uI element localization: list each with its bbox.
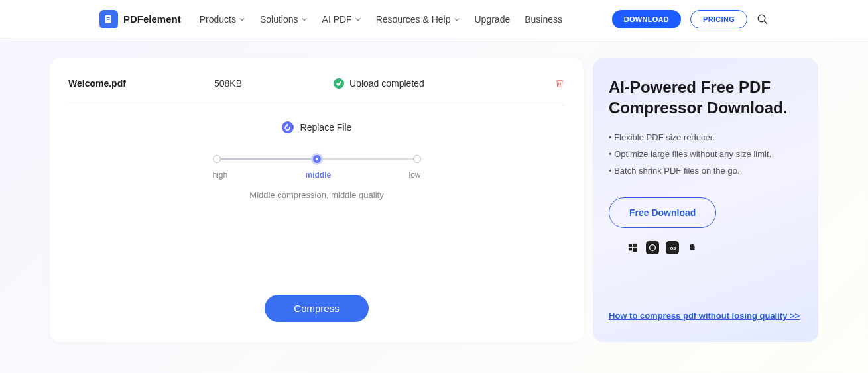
svg-rect-2 [107,19,110,19]
slider-line [221,158,311,160]
slider-stop-middle[interactable] [311,153,323,165]
chevron-down-icon [239,16,245,23]
svg-rect-7 [629,244,632,247]
svg-rect-9 [629,248,632,250]
compression-slider[interactable]: high middle low Middle compression, midd… [213,153,421,200]
svg-line-15 [690,244,691,245]
file-row: Welcome.pdf 508KB Upload completed [68,78,565,105]
svg-point-14 [693,246,694,246]
svg-line-4 [764,21,767,24]
promo-bullet: • Batch shrink PDF files on the go. [609,163,802,180]
nav-ai-pdf[interactable]: AI PDF [322,14,361,25]
slider-label-middle: middle [306,170,332,180]
file-status: Upload completed [334,78,424,89]
promo-bullet: • Flexible PDF size reducer. [609,130,802,146]
file-name: Welcome.pdf [68,78,214,89]
replace-file-label: Replace File [300,122,352,133]
promo-bullet: • Optimize large files without any size … [609,146,802,163]
compressor-panel: Welcome.pdf 508KB Upload completed Repla… [50,58,584,342]
platform-icons: OS [609,241,802,254]
header: PDFelement Products Solutions AI PDF Res… [0,0,868,38]
svg-text:OS: OS [670,246,676,250]
chevron-down-icon [355,16,361,23]
svg-line-16 [694,244,695,245]
svg-rect-10 [633,248,637,252]
svg-point-13 [691,246,692,246]
compress-button[interactable]: Compress [265,295,368,322]
nav-upgrade-label: Upgrade [475,14,511,25]
slider-label-low: low [408,170,420,180]
svg-point-3 [758,15,765,22]
promo-panel: AI-Powered Free PDF Compressor Download.… [593,58,818,342]
free-download-button[interactable]: Free Download [609,197,716,228]
nav-business-label: Business [525,14,562,25]
ios-icon: OS [666,241,679,254]
nav-resources-label: Resources & Help [376,14,451,25]
replace-file-button[interactable]: Replace File [68,121,565,133]
check-icon [334,78,344,89]
nav: Products Solutions AI PDF Resources & He… [200,14,562,25]
file-size: 508KB [214,78,334,89]
chevron-down-icon [454,16,460,23]
replace-icon [282,121,294,133]
howto-link[interactable]: How to compress pdf without losing quali… [609,311,800,321]
nav-products[interactable]: Products [200,14,245,25]
promo-title: AI-Powered Free PDF Compressor Download. [609,77,802,118]
nav-business[interactable]: Business [525,14,562,25]
pricing-button[interactable]: PRICING [690,10,747,28]
slider-line [323,158,413,160]
svg-rect-1 [107,17,110,17]
nav-resources[interactable]: Resources & Help [376,14,460,25]
chevron-down-icon [301,16,308,23]
svg-rect-8 [633,244,637,247]
brand-name: PDFelement [123,13,181,25]
delete-file-button[interactable] [554,78,565,89]
nav-solutions[interactable]: Solutions [260,14,308,25]
download-button[interactable]: DOWNLOAD [612,10,681,28]
nav-products-label: Products [200,14,236,25]
promo-bullets: • Flexible PDF size reducer. • Optimize … [609,130,802,179]
macos-icon [646,241,659,254]
slider-label-high: high [213,170,228,180]
logo[interactable]: PDFelement [99,10,181,28]
slider-description: Middle compression, middle quality [213,190,421,200]
windows-icon [626,241,639,254]
nav-solutions-label: Solutions [260,14,298,25]
slider-stop-low[interactable] [413,155,421,163]
search-icon[interactable] [757,13,769,25]
svg-point-11 [650,245,656,251]
nav-ai-pdf-label: AI PDF [322,14,352,25]
main: Welcome.pdf 508KB Upload completed Repla… [0,38,868,342]
nav-upgrade[interactable]: Upgrade [475,14,511,25]
slider-stop-high[interactable] [213,155,221,163]
android-icon [686,241,699,254]
logo-icon [99,10,118,28]
file-status-text: Upload completed [349,78,424,89]
